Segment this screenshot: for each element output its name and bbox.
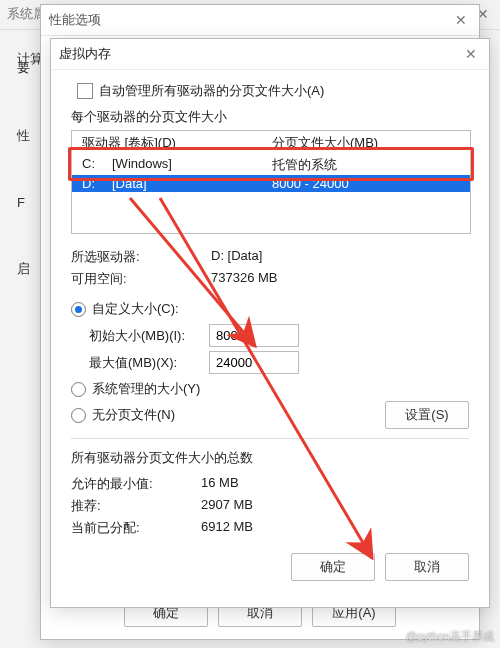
stub-text: F bbox=[17, 195, 39, 210]
max-size-input[interactable] bbox=[209, 351, 299, 374]
performance-options-titlebar: 性能选项 ✕ bbox=[41, 5, 479, 36]
virtual-memory-title: 虚拟内存 bbox=[59, 45, 461, 63]
selected-drive-info: 所选驱动器: D: [Data] 可用空间: 737326 MB bbox=[71, 248, 469, 288]
drive-size: 8000 - 24000 bbox=[272, 176, 464, 191]
set-button[interactable]: 设置(S) bbox=[385, 401, 469, 429]
selected-drive-value: D: [Data] bbox=[211, 248, 469, 266]
drive-size: 托管的系统 bbox=[272, 156, 464, 174]
stub-text: 要 bbox=[17, 59, 39, 77]
current-label: 当前已分配: bbox=[71, 519, 201, 537]
drive-list[interactable]: C: [Windows] 托管的系统 D: [Data] 8000 - 2400… bbox=[72, 155, 470, 233]
cancel-button[interactable]: 取消 bbox=[385, 553, 469, 581]
drive-label: [Data] bbox=[112, 176, 272, 191]
system-managed-radio[interactable]: 系统管理的大小(Y) bbox=[71, 378, 469, 400]
drive-table-header: 驱动器 [卷标](D) 分页文件大小(MB) bbox=[72, 131, 470, 155]
ok-button[interactable]: 确定 bbox=[291, 553, 375, 581]
auto-manage-label: 自动管理所有驱动器的分页文件大小(A) bbox=[99, 82, 324, 100]
min-allowed-value: 16 MB bbox=[201, 475, 469, 493]
recommended-label: 推荐: bbox=[71, 497, 201, 515]
each-drive-label: 每个驱动器的分页文件大小 bbox=[71, 108, 469, 126]
current-value: 6912 MB bbox=[201, 519, 469, 537]
auto-manage-checkbox-row[interactable]: 自动管理所有驱动器的分页文件大小(A) bbox=[77, 82, 469, 100]
divider bbox=[71, 438, 469, 439]
drive-table: 驱动器 [卷标](D) 分页文件大小(MB) C: [Windows] 托管的系… bbox=[71, 130, 471, 234]
initial-size-label: 初始大小(MB)(I): bbox=[89, 327, 209, 345]
recommended-value: 2907 MB bbox=[201, 497, 469, 515]
left-stub: 要 性 F 启 bbox=[17, 59, 39, 328]
max-size-label: 最大值(MB)(X): bbox=[89, 354, 209, 372]
header-size: 分页文件大小(MB) bbox=[272, 134, 464, 152]
initial-size-row: 初始大小(MB)(I): bbox=[89, 324, 469, 347]
stub-text: 启 bbox=[17, 260, 39, 278]
selected-drive-label: 所选驱动器: bbox=[71, 248, 211, 266]
performance-options-title: 性能选项 bbox=[49, 11, 451, 29]
close-icon[interactable]: ✕ bbox=[461, 46, 481, 62]
drive-letter: C: bbox=[82, 156, 112, 174]
drive-label: [Windows] bbox=[112, 156, 272, 174]
totals-title: 所有驱动器分页文件大小的总数 bbox=[71, 449, 469, 467]
checkbox-icon[interactable] bbox=[77, 83, 93, 99]
stub-text: 性 bbox=[17, 127, 39, 145]
initial-size-input[interactable] bbox=[209, 324, 299, 347]
available-space-value: 737326 MB bbox=[211, 270, 469, 288]
min-allowed-label: 允许的最小值: bbox=[71, 475, 201, 493]
virtual-memory-dialog-buttons: 确定 取消 bbox=[71, 553, 469, 581]
available-space-label: 可用空间: bbox=[71, 270, 211, 288]
custom-size-label: 自定义大小(C): bbox=[92, 300, 179, 318]
no-paging-radio[interactable]: 无分页文件(N) 设置(S) bbox=[71, 404, 469, 426]
radio-icon[interactable] bbox=[71, 302, 86, 317]
header-drive: 驱动器 [卷标](D) bbox=[82, 134, 272, 152]
totals-grid: 允许的最小值: 16 MB 推荐: 2907 MB 当前已分配: 6912 MB bbox=[71, 475, 469, 537]
drive-row-c[interactable]: C: [Windows] 托管的系统 bbox=[72, 155, 470, 175]
close-icon[interactable]: ✕ bbox=[451, 12, 471, 28]
drive-letter: D: bbox=[82, 176, 112, 191]
radio-icon[interactable] bbox=[71, 382, 86, 397]
virtual-memory-dialog: 虚拟内存 ✕ 自动管理所有驱动器的分页文件大小(A) 每个驱动器的分页文件大小 … bbox=[50, 38, 490, 608]
system-managed-label: 系统管理的大小(Y) bbox=[92, 380, 200, 398]
virtual-memory-titlebar: 虚拟内存 ✕ bbox=[51, 39, 489, 70]
radio-icon[interactable] bbox=[71, 408, 86, 423]
watermark: @python高手养成 bbox=[406, 629, 494, 644]
max-size-row: 最大值(MB)(X): bbox=[89, 351, 469, 374]
no-paging-label: 无分页文件(N) bbox=[92, 406, 175, 424]
virtual-memory-body: 自动管理所有驱动器的分页文件大小(A) 每个驱动器的分页文件大小 驱动器 [卷标… bbox=[51, 70, 489, 593]
drive-row-d[interactable]: D: [Data] 8000 - 24000 bbox=[72, 175, 470, 192]
custom-size-radio[interactable]: 自定义大小(C): bbox=[71, 298, 469, 320]
